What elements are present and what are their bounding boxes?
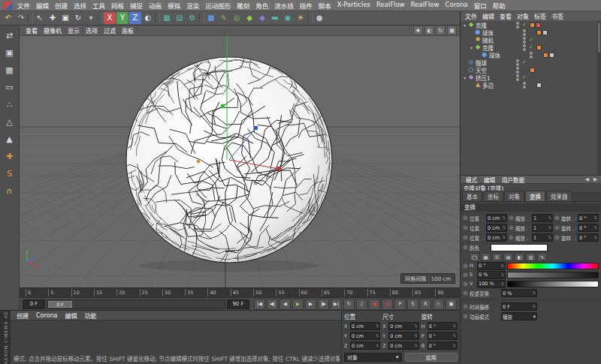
toolbar-separator[interactable] bbox=[28, 13, 33, 23]
viewport-menu-item[interactable]: 过滤 bbox=[101, 26, 119, 35]
keyframe-dot-icon[interactable] bbox=[463, 263, 468, 269]
play-button[interactable]: ▶ bbox=[292, 299, 304, 310]
param-input[interactable]: 0 °⇅ bbox=[578, 224, 599, 232]
visibility-dots[interactable] bbox=[521, 37, 527, 44]
menu-item[interactable]: 动画 bbox=[146, 1, 165, 10]
render-view-icon[interactable]: ▦ bbox=[161, 12, 173, 24]
tag-icons[interactable] bbox=[530, 68, 535, 73]
keyframe-dot-icon[interactable] bbox=[509, 215, 514, 221]
param-input[interactable]: 1⇅ bbox=[532, 233, 553, 242]
key-parameter-button[interactable]: ◇ bbox=[433, 299, 444, 310]
object-manager-scrollbar[interactable] bbox=[597, 21, 601, 175]
tag-icon[interactable] bbox=[536, 45, 542, 50]
attribute-tab[interactable]: 坐标 bbox=[483, 191, 503, 201]
menu-item[interactable]: 网格 bbox=[108, 1, 127, 10]
object-manager-menu-item[interactable]: 标签 bbox=[532, 12, 548, 20]
tag-icons[interactable] bbox=[536, 83, 542, 88]
live-selection-icon[interactable]: ↖ bbox=[34, 12, 46, 24]
menu-item[interactable]: 流水线 bbox=[271, 1, 297, 10]
add-camera-icon[interactable]: ◉ bbox=[282, 12, 294, 24]
object-item-sphere[interactable]: ● 球体 bbox=[461, 29, 601, 36]
keyframe-dot-icon[interactable] bbox=[463, 245, 468, 250]
keyframe-dot-icon[interactable] bbox=[463, 281, 468, 287]
object-item-polygon[interactable]: ▲ 多边 bbox=[461, 81, 601, 89]
color-rgb-icon[interactable]: ☰ bbox=[492, 253, 502, 261]
object-item-metaball[interactable]: ◎ 融球 ✓ bbox=[461, 59, 601, 66]
coordinate-system-icon[interactable]: ◐ bbox=[142, 12, 154, 24]
expander-icon[interactable]: ▾ bbox=[462, 75, 467, 80]
sound-button[interactable]: ♪ bbox=[356, 299, 367, 310]
color-swatch[interactable] bbox=[491, 244, 548, 251]
keyframe-dot-icon[interactable] bbox=[463, 290, 468, 296]
viewport-menu-item[interactable]: 摄像机 bbox=[41, 26, 65, 35]
enable-state-icon[interactable]: ✓ bbox=[521, 74, 528, 80]
menu-item[interactable]: X-Particles bbox=[334, 1, 373, 10]
coord-field[interactable]: H 0 °⇅ bbox=[421, 322, 458, 330]
animation-mode-dropdown[interactable]: 播放▾ bbox=[501, 312, 537, 320]
spinner-icon[interactable]: ⇅ bbox=[453, 344, 456, 347]
next-frame-button[interactable]: ▶ bbox=[305, 299, 316, 310]
lock-x-button[interactable]: X bbox=[104, 12, 116, 24]
color-swatches-icon[interactable]: ▥ bbox=[526, 253, 536, 261]
coord-field-input[interactable]: 0 cm⇅ bbox=[388, 322, 418, 330]
menu-item[interactable]: 渲染 bbox=[183, 1, 202, 10]
object-manager-menu-item[interactable]: 书签 bbox=[549, 12, 566, 20]
coord-field[interactable]: X 0 cm⇅ bbox=[382, 322, 418, 330]
tag-icons[interactable] bbox=[536, 45, 542, 50]
coord-group-title[interactable]: 尺寸 bbox=[382, 312, 418, 320]
pan-view-icon[interactable]: ✚ bbox=[413, 26, 423, 35]
texture-mode-icon[interactable]: ▦ bbox=[3, 63, 17, 77]
menu-item[interactable]: 捕捉 bbox=[127, 1, 146, 10]
tag-icon[interactable] bbox=[530, 23, 535, 28]
coord-group-title[interactable]: 位置 bbox=[344, 312, 380, 320]
tag-icon[interactable] bbox=[536, 23, 541, 28]
make-editable-icon[interactable]: ⇄ bbox=[3, 29, 17, 42]
coord-field-input[interactable]: 0 °⇅ bbox=[427, 332, 458, 340]
zoom-view-icon[interactable]: ◐ bbox=[424, 26, 434, 35]
param-input[interactable]: 0 cm⇅ bbox=[486, 214, 507, 222]
autokey-button[interactable]: ◉ bbox=[382, 299, 393, 310]
coord-field[interactable]: Z 0 cm⇅ bbox=[382, 341, 418, 350]
menu-item[interactable]: RealFlow bbox=[373, 1, 408, 10]
section-header[interactable]: 变换 bbox=[461, 203, 601, 212]
coord-field[interactable]: X 0 cm⇅ bbox=[344, 322, 380, 330]
object-manager-menu-item[interactable]: 编辑 bbox=[480, 12, 497, 20]
visibility-dots[interactable] bbox=[515, 67, 521, 74]
channel-input[interactable]: 0 °⇅ bbox=[477, 262, 506, 270]
coord-field[interactable]: B 0 °⇅ bbox=[421, 341, 458, 350]
key-rotation-button[interactable]: R bbox=[420, 299, 431, 310]
coord-field-input[interactable]: 0 cm⇅ bbox=[388, 341, 418, 350]
keyframe-dot-icon[interactable] bbox=[463, 272, 468, 278]
object-item-sphere-2[interactable]: ● 球体 bbox=[461, 51, 601, 59]
color-hsv-icon[interactable]: ▤ bbox=[503, 253, 513, 261]
viewport-solo-icon[interactable]: S bbox=[3, 167, 17, 180]
spinner-icon[interactable]: ⇅ bbox=[414, 344, 417, 347]
lock-y-button[interactable]: Y bbox=[116, 12, 128, 24]
coord-field[interactable]: Y 0 cm⇅ bbox=[382, 332, 418, 340]
enable-state-icon[interactable]: ✓ bbox=[521, 22, 528, 28]
spinner-icon[interactable]: ⇅ bbox=[414, 334, 417, 338]
render-settings-icon[interactable]: ⚙ bbox=[186, 12, 198, 24]
enable-axis-icon[interactable]: ✚ bbox=[3, 149, 17, 163]
coord-field[interactable]: Y 0 cm⇅ bbox=[344, 332, 380, 340]
add-floor-icon[interactable]: ▬ bbox=[269, 12, 281, 24]
viewport-menu-item[interactable]: 显示 bbox=[65, 26, 83, 35]
material-menu-item[interactable]: 编辑 bbox=[62, 311, 80, 320]
lock-z-button[interactable]: Z bbox=[129, 12, 141, 24]
menu-item[interactable]: Corona bbox=[442, 1, 471, 10]
record-button[interactable]: ● bbox=[369, 299, 380, 310]
spinner-icon[interactable]: ⇅ bbox=[414, 324, 417, 328]
timeline-ruler[interactable]: 051015202530354045505560657075808590 bbox=[20, 287, 460, 298]
keyframe-dot-icon[interactable] bbox=[554, 225, 560, 230]
visibility-dots[interactable] bbox=[515, 22, 521, 29]
menu-item[interactable]: 编辑 bbox=[33, 1, 52, 10]
current-frame-field[interactable]: 0 F bbox=[23, 299, 45, 309]
menu-item[interactable]: 角色 bbox=[252, 1, 271, 10]
last-tool-icon[interactable]: ▾ bbox=[85, 12, 97, 24]
timeline-slider-handle[interactable]: 0 F bbox=[48, 301, 72, 308]
loop-button[interactable]: ↻ bbox=[343, 299, 355, 310]
polygons-mode-icon[interactable]: ▲ bbox=[3, 132, 17, 146]
visibility-dots[interactable] bbox=[515, 59, 521, 66]
param-input[interactable]: 0 °⇅ bbox=[578, 214, 599, 222]
spinner-icon[interactable]: ⇅ bbox=[376, 344, 379, 347]
